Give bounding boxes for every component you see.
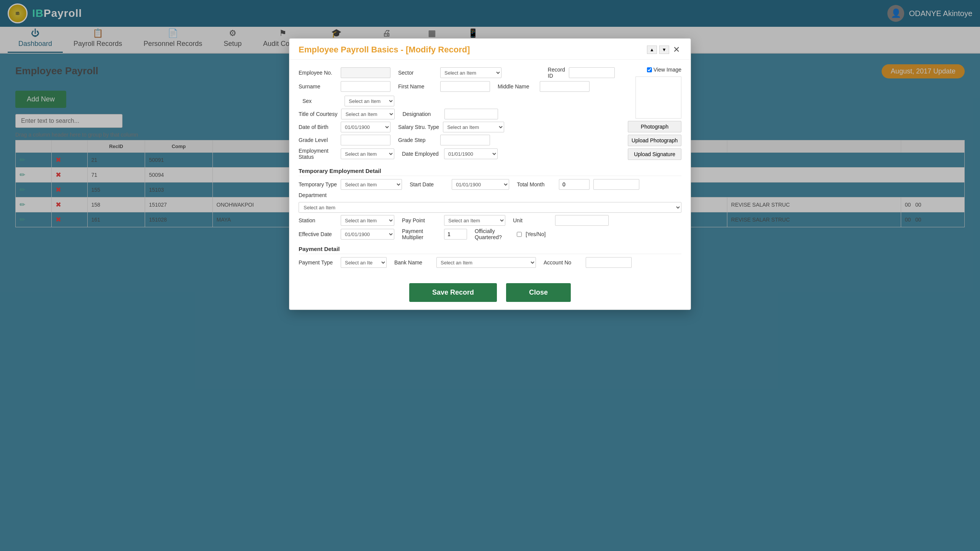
salary-stru-type-label: Salary Stru. Type (398, 124, 439, 130)
sector-select[interactable]: Select an Item (440, 67, 501, 78)
total-month-input[interactable] (559, 179, 590, 190)
sector-label: Sector (398, 70, 436, 76)
dob-select[interactable]: 01/01/1900 (341, 122, 390, 132)
account-no-label: Account No (544, 259, 582, 266)
modal-controls: ▲ ▼ ✕ (647, 45, 681, 55)
modal-restore-button[interactable]: ▼ (659, 46, 669, 54)
temp-type-label: Temporary Type (299, 181, 337, 187)
payment-multiplier-input[interactable] (444, 229, 467, 240)
unit-label: Unit (513, 217, 551, 223)
department-label: Department (299, 192, 337, 198)
record-id-label: RecordID (548, 67, 565, 79)
modal-title: Employee Payroll Basics - [Modify Record… (299, 45, 470, 55)
unit-input[interactable] (555, 215, 609, 226)
bank-name-select[interactable]: Select an Item (436, 257, 536, 268)
yes-no-label: [Yes/No] (526, 231, 546, 237)
officially-quartered-label: OfficiallyQuartered? (475, 228, 513, 240)
temp-employment-section-title: Temporary Employment Detail (299, 168, 681, 176)
employee-no-label: Employee No. (299, 70, 337, 76)
designation-input[interactable] (444, 109, 498, 119)
modal-close-button[interactable]: ✕ (671, 45, 681, 55)
grade-step-input[interactable] (440, 135, 490, 145)
employment-status-select[interactable]: Select an Item (341, 148, 394, 159)
sex-select[interactable]: Select an Item (345, 96, 394, 106)
surname-input[interactable] (341, 81, 390, 92)
modal-overlay: Employee Payroll Basics - [Modify Record… (0, 0, 980, 551)
middle-name-input[interactable] (540, 81, 590, 92)
close-button[interactable]: Close (506, 283, 571, 302)
view-image-checkbox[interactable] (647, 67, 652, 72)
record-id-input[interactable] (569, 67, 615, 78)
first-name-label: First Name (398, 83, 436, 90)
pay-point-label: Pay Point (402, 217, 440, 223)
station-label: Station (299, 217, 337, 223)
sex-label: Sex (302, 98, 341, 104)
photograph-button[interactable]: Photograph (628, 121, 681, 132)
upload-signature-button[interactable]: Upload Signature (628, 148, 681, 160)
employee-no-input[interactable] (341, 67, 390, 78)
title-courtesy-label: Title of Courtesy (299, 111, 337, 117)
surname-label: Surname (299, 83, 337, 90)
payment-multiplier-label: PaymentMultiplier (402, 228, 440, 240)
start-date-select[interactable]: 01/01/1900 (452, 179, 509, 190)
salary-stru-type-select[interactable]: Select an Item (443, 122, 504, 132)
designation-label: Designation (402, 111, 441, 117)
temp-type-select[interactable]: Select an Item (341, 179, 402, 190)
first-name-input[interactable] (440, 81, 490, 92)
modal-dialog: Employee Payroll Basics - [Modify Record… (289, 38, 691, 310)
photo-area (635, 77, 681, 119)
officially-quartered-checkbox[interactable] (517, 232, 522, 237)
total-month-label: Total Month (517, 181, 555, 187)
bank-name-label: Bank Name (394, 259, 433, 266)
pay-point-select[interactable]: Select an Item (444, 215, 505, 226)
grade-step-label: Grade Step (398, 137, 436, 143)
effective-date-label: Effective Date (299, 231, 337, 237)
total-month-extra-input[interactable] (593, 179, 639, 190)
department-select[interactable]: Select an Item (299, 202, 681, 213)
payment-type-select[interactable]: Select an Ite (341, 257, 387, 268)
grade-level-label: Grade Level (299, 137, 337, 143)
grade-level-input[interactable] (341, 135, 390, 145)
view-image-label: View Image (653, 67, 681, 73)
date-employed-label: Date Employed (402, 151, 440, 157)
date-employed-select[interactable]: 01/01/1900 (444, 148, 498, 159)
middle-name-label: Middle Name (498, 83, 536, 90)
payment-type-label: Payment Type (299, 259, 337, 266)
payment-detail-section-title: Payment Detail (299, 246, 681, 254)
station-select[interactable]: Select an Item (341, 215, 394, 226)
start-date-label: Start Date (410, 181, 448, 187)
dob-label: Date of Birth (299, 124, 337, 130)
upload-photograph-button[interactable]: Upload Photograph (628, 135, 681, 146)
title-courtesy-select[interactable]: Select an Item (341, 109, 395, 119)
save-record-button[interactable]: Save Record (409, 283, 497, 302)
modal-header: Employee Payroll Basics - [Modify Record… (289, 39, 691, 60)
account-no-input[interactable] (586, 257, 632, 268)
modal-body: Employee No. Sector Select an Item Recor… (289, 60, 691, 277)
modal-minimize-button[interactable]: ▲ (647, 46, 657, 54)
employment-status-label: EmploymentStatus (299, 148, 337, 160)
footer-buttons: Save Record Close (289, 277, 691, 310)
effective-date-select[interactable]: 01/01/1900 (341, 229, 394, 240)
